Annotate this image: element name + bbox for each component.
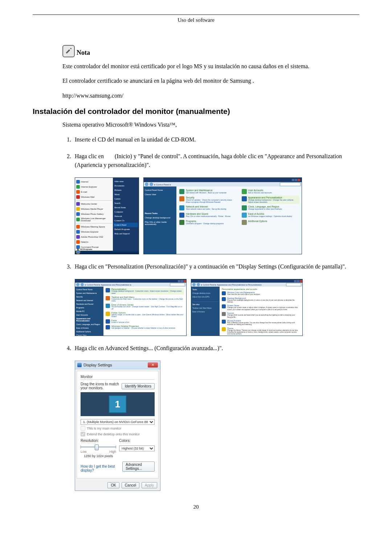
sidebar-item[interactable]: Classic View: [76, 333, 102, 336]
close-icon[interactable]: [298, 179, 300, 181]
see-also-item[interactable]: Taskbar and Start Menu: [192, 306, 219, 310]
sidebar-item[interactable]: Appearance and Personalization: [76, 317, 102, 323]
start-menu-right-item[interactable]: Pictures: [114, 188, 138, 192]
start-menu-item[interactable]: Adobe Photoshop CS2: [76, 234, 112, 239]
close-icon[interactable]: ✕: [148, 362, 158, 368]
start-orb-icon[interactable]: [76, 250, 80, 254]
start-menu-right-item[interactable]: Games: [114, 197, 138, 201]
control-panel-category[interactable]: ProgramsUninstall a program · Change sta…: [179, 220, 237, 225]
help-link[interactable]: How do I get the best display?: [81, 464, 118, 472]
control-panel-category[interactable]: System and MaintenanceGet started with W…: [179, 189, 237, 194]
start-menu-item[interactable]: Internet Explorer: [76, 184, 112, 189]
ap-category[interactable]: PersonalizationChange desktop background…: [106, 288, 184, 295]
nav-back-icon[interactable]: [145, 182, 148, 186]
control-panel-category[interactable]: Appearance and PersonalizationChange des…: [242, 196, 299, 203]
start-menu-item[interactable]: Windows Mail: [76, 194, 112, 200]
nav-forward-icon[interactable]: [150, 182, 153, 186]
ap-category[interactable]: FontsInstall or remove a font: [106, 319, 184, 324]
search-input[interactable]: [280, 182, 301, 186]
start-menu-item[interactable]: Windows Media Player: [76, 206, 112, 212]
sidebar-item[interactable]: Security: [76, 295, 102, 299]
search-input[interactable]: [170, 283, 185, 286]
control-panel-category[interactable]: SecurityCheck for updates · Check this c…: [179, 196, 237, 203]
recent-task-item[interactable]: Change desktop background: [145, 216, 175, 220]
sidebar-item[interactable]: Change desktop icons: [192, 291, 219, 295]
ok-button[interactable]: OK: [107, 482, 119, 488]
personalization-item[interactable]: Mouse PointersPick a different mouse poi…: [222, 320, 300, 326]
sidebar-item[interactable]: Control Panel Home: [145, 188, 175, 192]
sidebar-item[interactable]: Ease of Access: [76, 326, 102, 330]
personalization-item[interactable]: Desktop BackgroundChoose from available …: [222, 297, 300, 303]
close-icon[interactable]: [300, 280, 302, 282]
recent-task-item[interactable]: Play CDs or other media automatically: [145, 220, 175, 226]
minimize-icon[interactable]: [292, 179, 294, 181]
sidebar-item[interactable]: User Accounts: [76, 313, 102, 317]
start-menu-item[interactable]: Welcome Center: [76, 201, 112, 206]
start-menu-item[interactable]: Windows Photo Gallery: [76, 212, 112, 217]
start-menu-right-item[interactable]: Connect To: [114, 218, 138, 223]
see-also-item[interactable]: Ease of Access: [192, 310, 219, 313]
ap-category[interactable]: Windows Sidebar PropertiesAdd gadgets to…: [106, 325, 184, 329]
start-menu-right-item[interactable]: Music: [114, 192, 138, 197]
start-menu-right-item[interactable]: Default Programs: [114, 227, 138, 231]
nav-back-icon[interactable]: [76, 283, 79, 286]
start-menu-right-item[interactable]: Documents: [114, 184, 138, 188]
sidebar-item[interactable]: Network and Internet: [76, 299, 102, 302]
sidebar-item[interactable]: Classic View: [145, 192, 175, 197]
control-panel-category[interactable]: Additional Options: [242, 220, 299, 225]
search-input[interactable]: [286, 283, 301, 286]
monitor-arrangement[interactable]: 1: [81, 392, 155, 416]
minimize-icon[interactable]: [178, 280, 180, 282]
start-menu-item[interactable]: Internet: [76, 179, 112, 184]
control-panel-category[interactable]: Clock, Language, and RegionChange keyboa…: [242, 205, 299, 210]
start-menu-right-item[interactable]: Recent Items: [114, 205, 138, 210]
monitor-select[interactable]: 1. (Multiple Monitors) on NVIDIA GeForce…: [81, 419, 155, 425]
sidebar-item[interactable]: Mobile PC: [76, 309, 102, 313]
minimize-icon[interactable]: [294, 280, 297, 282]
maximize-icon[interactable]: [297, 280, 299, 282]
start-menu-right-item[interactable]: Computer: [114, 210, 138, 214]
breadcrumb[interactable]: ▸ Control Panel ▸: [154, 183, 171, 186]
sidebar-item[interactable]: Hardware and Sound: [76, 302, 102, 306]
monitor-1-thumb[interactable]: 1: [109, 395, 127, 413]
start-menu-right-item[interactable]: Control Panel: [114, 223, 138, 227]
ap-category[interactable]: Folder OptionsSpecify single- or double-…: [106, 312, 184, 318]
extend-desktop-checkbox[interactable]: Extend the desktop onto this monitor: [81, 432, 155, 436]
resolution-slider[interactable]: [81, 444, 116, 449]
sidebar-item[interactable]: Additional Options: [76, 330, 102, 333]
maximize-icon[interactable]: [181, 280, 183, 282]
control-panel-category[interactable]: Network and InternetView network status …: [179, 205, 237, 210]
start-menu-item[interactable]: Windows Explorer: [76, 229, 112, 234]
sidebar-item[interactable]: Control Panel Home: [76, 288, 102, 291]
control-panel-category[interactable]: Ease of AccessLet Windows suggest settin…: [242, 213, 299, 218]
control-panel-category[interactable]: User AccountsAdd or remove user accounts: [242, 189, 299, 194]
breadcrumb[interactable]: ▸ Control Panel ▸ Appearance and Persona…: [85, 284, 131, 286]
personalization-item[interactable]: Screen SaverChange your screen saver or …: [222, 304, 300, 311]
start-menu-right-item[interactable]: video-user: [114, 179, 138, 184]
sidebar-item[interactable]: Clock, Language, and Region: [76, 323, 102, 326]
start-menu-item[interactable]: Windows Live Messenger Download: [76, 217, 112, 222]
personalization-item[interactable]: SoundsChange which sounds are heard when…: [222, 312, 300, 318]
identify-monitors-button[interactable]: Identify Monitors: [122, 383, 155, 389]
colors-select[interactable]: Highest (32 bit): [119, 446, 155, 451]
sidebar-item[interactable]: System and Maintenance: [76, 291, 102, 295]
apply-button[interactable]: Apply: [142, 482, 157, 488]
nav-forward-icon[interactable]: [81, 283, 84, 286]
maximize-icon[interactable]: [295, 179, 297, 181]
breadcrumb[interactable]: ▸ Control Panel ▸ Appearance and Persona…: [201, 284, 262, 286]
nav-forward-icon[interactable]: [197, 283, 200, 286]
personalization-item[interactable]: ThemeChange the theme. Themes can change…: [222, 327, 300, 335]
personalization-item[interactable]: Window Color and AppearanceFine tune the…: [222, 291, 300, 295]
start-menu-right-item[interactable]: Help and Support: [114, 231, 138, 236]
sidebar-item[interactable]: Programs: [76, 306, 102, 309]
ap-category[interactable]: Taskbar and Start MenuCustomize the Star…: [106, 296, 184, 303]
nav-back-icon[interactable]: [192, 283, 196, 286]
start-menu-item[interactable]: NateOn: [76, 239, 112, 245]
start-menu-item[interactable]: E-mail: [76, 189, 112, 194]
tab-monitor[interactable]: Monitor: [81, 374, 155, 379]
close-icon[interactable]: [184, 280, 186, 282]
start-menu-item[interactable]: Windows Meeting Space: [76, 224, 112, 229]
control-panel-category[interactable]: Hardware and SoundPlay CDs or other medi…: [179, 213, 237, 218]
cancel-button[interactable]: Cancel: [122, 482, 139, 488]
start-menu-right-item[interactable]: Search: [114, 201, 138, 205]
